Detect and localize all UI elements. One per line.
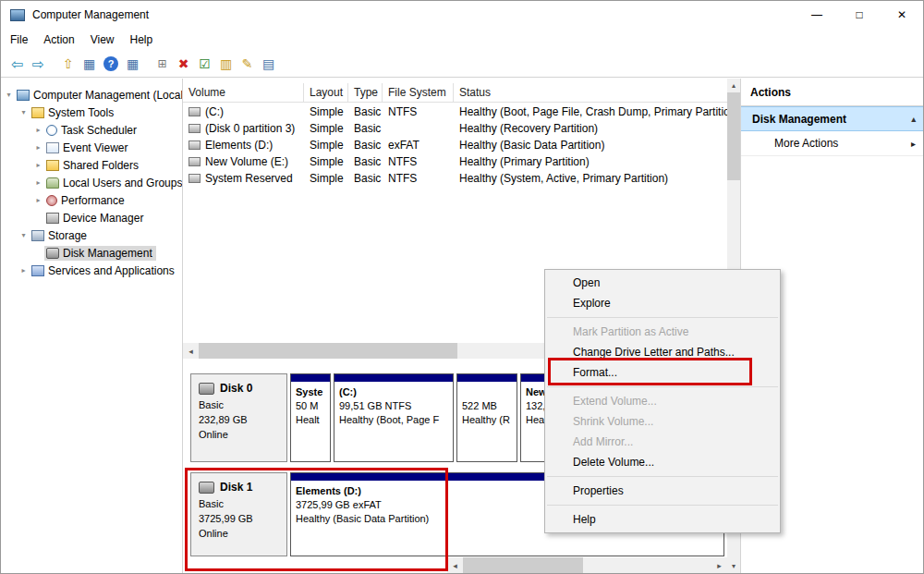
scroll-up-icon[interactable]: ▴	[727, 79, 740, 92]
tree-expander-icon[interactable]: ▾	[3, 91, 15, 99]
menu-item-delete-volume[interactable]: Delete Volume...	[545, 452, 780, 472]
chevron-up-icon[interactable]: ▴	[911, 115, 916, 124]
scroll-left-icon[interactable]: ◂	[183, 343, 199, 359]
menu-action[interactable]: Action	[37, 31, 83, 49]
back-icon[interactable]: ⇦	[6, 54, 28, 75]
tree-expander-icon[interactable]: ▸	[32, 161, 44, 169]
tree-expander-icon[interactable]: ▸	[32, 143, 44, 152]
sidebar-item-event-viewer[interactable]: ▸ Event Viewer	[1, 139, 182, 156]
volume-table-header: Volume Layout Type File System Status	[183, 83, 727, 103]
shared-folder-icon	[46, 160, 59, 171]
sidebar-item-storage[interactable]: ▾ Storage	[1, 226, 182, 244]
scrollbar-thumb[interactable]	[727, 92, 740, 180]
tree-expander-icon[interactable]: ▸	[32, 126, 44, 134]
column-header-file-system[interactable]: File System	[383, 83, 454, 102]
volume-name: (Disk 0 partition 3)	[205, 122, 295, 135]
window-controls: — □ ✕	[796, 1, 923, 29]
partition-color-bar	[291, 374, 330, 382]
maximize-button[interactable]: □	[838, 1, 881, 29]
actions-disk-management[interactable]: Disk Management ▴	[741, 106, 924, 131]
volume-type: Basic	[348, 122, 383, 135]
menu-separator	[547, 386, 778, 387]
tree-expander-icon[interactable]: ▸	[32, 196, 44, 204]
new-volume-icon[interactable]: ▥	[215, 54, 237, 75]
sidebar-item-system-tools[interactable]: ▾ System Tools	[1, 104, 182, 121]
scroll-left-icon[interactable]: ◂	[447, 557, 463, 573]
scroll-right-icon[interactable]: ▸	[711, 557, 727, 573]
sidebar-item-services-applications[interactable]: ▸ Services and Applications	[1, 262, 182, 279]
horizontal-scrollbar[interactable]: ◂ ▸	[447, 557, 727, 573]
volume-layout: Simple	[304, 139, 348, 152]
popup-window-icon[interactable]: ⊞	[152, 54, 173, 75]
scrollbar-thumb[interactable]	[199, 343, 457, 359]
up-level-icon[interactable]: ⇧	[57, 54, 79, 75]
menu-item-shrink-volume: Shrink Volume...	[545, 411, 780, 432]
minimize-button[interactable]: —	[796, 1, 838, 29]
sidebar-item-local-users-groups[interactable]: ▸ Local Users and Groups	[1, 174, 182, 191]
table-row[interactable]: Elements (D:) Simple Basic exFAT Healthy…	[183, 137, 727, 153]
storage-icon	[31, 230, 44, 241]
partition-status: Healthy (Boot, Page F	[339, 413, 448, 427]
sidebar-item-device-manager[interactable]: Device Manager	[1, 209, 182, 226]
chevron-right-icon: ▸	[911, 139, 916, 149]
actions-more-actions[interactable]: More Actions ▸	[741, 131, 924, 156]
window-title: Computer Management	[32, 8, 149, 21]
menu-item-help[interactable]: Help	[545, 509, 780, 530]
sidebar-item-label: Computer Management (Local)	[33, 89, 183, 102]
menu-file[interactable]: File	[4, 31, 37, 49]
disk-drive-icon	[199, 383, 214, 395]
table-row[interactable]: System Reserved Simple Basic NTFS Health…	[183, 170, 727, 187]
volume-name: New Volume (E:)	[205, 155, 288, 168]
sidebar-item-disk-management[interactable]: Disk Management	[1, 244, 182, 262]
list-view-icon[interactable]: ▤	[258, 54, 279, 75]
sidebar-item-computer-management[interactable]: ▾ Computer Management (Local)	[1, 86, 182, 104]
edit-icon[interactable]: ✎	[237, 54, 258, 75]
close-button[interactable]: ✕	[881, 1, 923, 29]
toolbar: ⇦ ⇨ ⇧ ▦ ? ▦ ⊞ ✖ ☑ ▥ ✎ ▤	[1, 51, 923, 78]
column-header-volume[interactable]: Volume	[183, 83, 304, 102]
table-row[interactable]: (Disk 0 partition 3) Simple Basic Health…	[183, 120, 727, 137]
column-header-status[interactable]: Status	[454, 83, 727, 102]
tree-expander-icon[interactable]: ▾	[18, 231, 30, 239]
tree-expander-icon[interactable]: ▸	[32, 178, 44, 187]
tree-expander-icon[interactable]: ▾	[18, 108, 30, 116]
menu-item-explore[interactable]: Explore	[545, 293, 780, 313]
partition-c[interactable]: (C:) 99,51 GB NTFS Healthy (Boot, Page F	[334, 373, 454, 462]
show-action-pane-icon[interactable]: ▦	[122, 54, 143, 75]
partition-name: Syste	[296, 385, 325, 399]
sidebar-item-task-scheduler[interactable]: ▸ Task Scheduler	[1, 121, 182, 139]
column-header-layout[interactable]: Layout	[304, 83, 348, 102]
volume-layout: Simple	[304, 105, 348, 118]
menu-view[interactable]: View	[84, 31, 124, 49]
menu-item-properties[interactable]: Properties	[545, 481, 780, 501]
delete-icon[interactable]: ✖	[173, 54, 194, 75]
show-console-tree-icon[interactable]: ▦	[79, 54, 100, 75]
disk-size: 3725,99 GB	[199, 511, 279, 526]
forward-icon[interactable]: ⇨	[28, 54, 49, 75]
menu-help[interactable]: Help	[124, 31, 163, 49]
sidebar-item-label: Disk Management	[63, 247, 152, 260]
volume-layout: Simple	[304, 172, 348, 185]
menu-item-format[interactable]: Format...	[545, 362, 780, 383]
partition-size: 50 M	[296, 399, 325, 413]
menu-item-open[interactable]: Open	[545, 273, 780, 293]
scrollbar-thumb[interactable]	[463, 557, 583, 573]
computer-icon	[17, 90, 30, 101]
check-disk-icon[interactable]: ☑	[194, 54, 215, 75]
tree-expander-icon[interactable]: ▸	[18, 266, 30, 275]
column-header-type[interactable]: Type	[348, 83, 383, 102]
sidebar-item-performance[interactable]: ▸ Performance	[1, 191, 182, 209]
partition-system-reserved[interactable]: Syste 50 M Healt	[290, 373, 331, 462]
scroll-down-icon[interactable]: ▾	[727, 559, 740, 573]
partition-recovery[interactable]: 522 MB Healthy (R	[456, 373, 517, 462]
help-icon[interactable]: ?	[103, 56, 118, 71]
sidebar-item-label: Services and Applications	[48, 264, 175, 277]
table-row[interactable]: (C:) Simple Basic NTFS Healthy (Boot, Pa…	[183, 104, 727, 120]
menu-item-change-drive-letter[interactable]: Change Drive Letter and Paths...	[545, 342, 780, 362]
volume-name: Elements (D:)	[205, 139, 273, 152]
sidebar-item-shared-folders[interactable]: ▸ Shared Folders	[1, 156, 182, 174]
disk0-label[interactable]: Disk 0 Basic 232,89 GB Online	[190, 373, 287, 462]
disk1-label[interactable]: Disk 1 Basic 3725,99 GB Online	[190, 472, 287, 556]
table-row[interactable]: New Volume (E:) Simple Basic NTFS Health…	[183, 153, 727, 170]
volume-fs: NTFS	[383, 105, 454, 118]
